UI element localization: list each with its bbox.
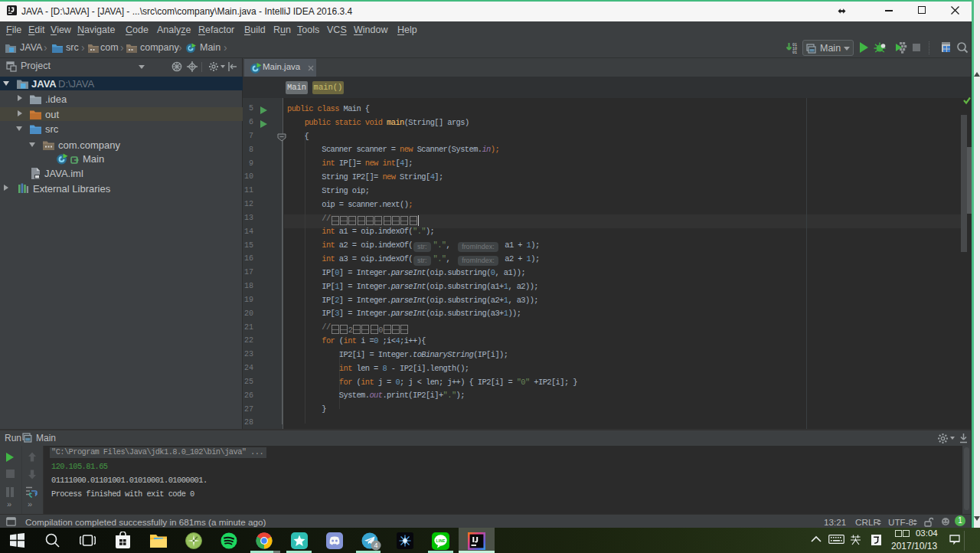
svg-text:4: 4 — [374, 542, 377, 549]
svg-text:LINE: LINE — [436, 538, 446, 543]
svg-text:01: 01 — [792, 51, 797, 54]
